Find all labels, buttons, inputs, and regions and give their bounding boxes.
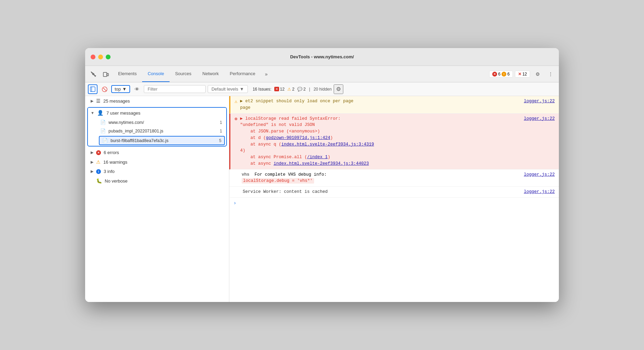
issues-warnings-count: ⚠ 2 <box>287 87 295 92</box>
console-output: ⚠ ▶ et2 snippet should only load once pe… <box>229 96 559 302</box>
issues-count: 12 <box>522 72 527 77</box>
burst-label: burst-f9baff81bad8ea7efa3c.js <box>111 138 169 143</box>
issues-errors-count: ✕ 12 <box>274 87 285 92</box>
warning-icon: ! <box>502 72 506 77</box>
more-tabs-button[interactable]: » <box>261 69 272 80</box>
error-text-8: at async index.html.svelte-2eef3934.js:3… <box>240 161 555 167</box>
vhs-line: vhs For complete VHS debug info: logger.… <box>242 172 555 178</box>
minimize-button[interactable] <box>98 55 103 59</box>
file-icon-pubads: 📄 <box>100 128 106 133</box>
eye-button[interactable]: 👁 <box>132 84 142 94</box>
issues-badge[interactable]: ✕ 12 <box>515 71 530 78</box>
service-link[interactable]: logger.js:22 <box>524 189 555 195</box>
levels-arrow: ▼ <box>240 86 244 92</box>
warnings-label: 16 warnings <box>103 160 127 165</box>
file-icon-burst: 📄 <box>102 138 108 143</box>
more-options-button[interactable]: ⋮ <box>545 69 556 80</box>
issues-error-icon: ✕ <box>274 87 279 91</box>
tab-elements[interactable]: Elements <box>113 66 142 82</box>
warning-cont-text: page <box>240 105 555 111</box>
warning-text: ▶ et2 snippet should only load once per … <box>240 98 353 105</box>
tab-performance[interactable]: Performance <box>224 66 261 82</box>
levels-label: Default levels <box>211 86 238 92</box>
sidebar-child-burst[interactable]: 📄 burst-f9baff81bad8ea7efa3c.js 5 <box>99 136 225 145</box>
close-button[interactable] <box>91 55 95 59</box>
vhs-text: vhs For complete VHS debug info: <box>242 172 327 178</box>
hidden-label: 20 hidden <box>313 87 332 92</box>
settings-button[interactable]: ⚙ <box>532 69 543 80</box>
sidebar-item-verbose[interactable]: ▶ 🐛 No verbose <box>85 176 229 186</box>
filter-input[interactable] <box>144 85 206 93</box>
all-messages-label: 25 messages <box>103 98 130 104</box>
tab-network[interactable]: Network <box>197 66 225 82</box>
issues-info-icon: 💬 <box>297 87 302 92</box>
warning-msg-icon: ⚠ <box>234 98 237 104</box>
info-arrow: ▶ <box>91 169 93 174</box>
sidebar-item-info[interactable]: ▶ i 3 info <box>85 167 229 176</box>
vhs-link[interactable]: logger.js:22 <box>524 172 555 178</box>
user-icon: 👤 <box>97 110 104 116</box>
index1-link[interactable]: index.html.svelte-2eef3934.js:3:4319 <box>281 142 374 147</box>
device-toggle-button[interactable] <box>100 69 111 80</box>
user-messages-group: ▼ 👤 7 user messages 📄 www.nytimes.com/ 1… <box>87 107 227 147</box>
console-prompt[interactable]: › <box>229 198 559 209</box>
tab-bar: Elements Console Sources Network Perform… <box>113 66 488 82</box>
inspect-element-button[interactable] <box>88 69 99 80</box>
errors-badge[interactable]: ✕ 6 ! 6 <box>489 71 513 78</box>
sidebar-child-pubads[interactable]: 📄 pubads_impl_2022071801.js 1 <box>88 127 226 135</box>
error-text-3: at JSON.parse (<anonymous>) <box>240 128 555 135</box>
window-title: DevTools - www.nytimes.com/ <box>290 54 354 59</box>
errors-label: 6 errors <box>104 150 119 155</box>
warnings-icon: ⚠ <box>96 159 101 165</box>
pubads-label: pubads_impl_2022071801.js <box>108 129 163 133</box>
svg-rect-2 <box>90 87 95 92</box>
issues-summary: 16 Issues: ✕ 12 ⚠ 2 💬 2 <box>253 87 306 92</box>
warning-link[interactable]: logger.js:22 <box>524 98 555 105</box>
block-requests-button[interactable]: 🚫 <box>100 84 109 94</box>
warning-msg-line: ▶ et2 snippet should only load once per … <box>240 98 555 105</box>
file-icon: 📄 <box>100 120 106 125</box>
error-text-4: at d (godzown-9010971d.js:1:424) <box>240 135 555 141</box>
levels-dropdown[interactable]: Default levels ▼ <box>208 85 248 93</box>
console-toolbar: 🚫 top ▼ 👁 Default levels ▼ 16 Issues: ✕ … <box>85 82 559 96</box>
console-error-msg: ⊗ ▶ localStorage read failed SyntaxError… <box>229 114 559 170</box>
console-warning-msg: ⚠ ▶ et2 snippet should only load once pe… <box>229 96 559 114</box>
tab-console[interactable]: Console <box>142 66 170 82</box>
error-text-5: at async q (index.html.svelte-2eef3934.j… <box>240 141 555 148</box>
error-text-6: 4) <box>240 148 555 154</box>
errors-icon: ✕ <box>96 150 101 155</box>
context-dropdown-icon: ▼ <box>122 86 127 92</box>
warnings-arrow: ▶ <box>91 160 93 164</box>
sidebar-child-nytimes[interactable]: 📄 www.nytimes.com/ 1 <box>88 118 226 127</box>
error-msg-content: ▶ localStorage read failed SyntaxError: … <box>240 116 555 167</box>
header-right: ✕ 6 ! 6 ✕ 12 ⚙ ⋮ <box>489 69 556 80</box>
titlebar: DevTools - www.nytimes.com/ <box>85 48 559 66</box>
user-messages-label: 7 user messages <box>106 110 140 116</box>
console-settings-button[interactable]: ⚙ <box>334 84 343 94</box>
context-selector[interactable]: top ▼ <box>111 85 130 93</box>
warning-msg-content: ▶ et2 snippet should only load once per … <box>240 98 555 111</box>
sidebar-item-all-messages[interactable]: ▶ ☰ 25 messages <box>85 96 229 106</box>
main-content: ▶ ☰ 25 messages ▼ 👤 7 user messages 📄 ww… <box>85 96 559 302</box>
sidebar-item-errors[interactable]: ▶ ✕ 6 errors <box>85 148 229 157</box>
index2-link[interactable]: index.html.svelte-2eef3934.js:3:44023 <box>274 161 369 166</box>
console-vhs-msg: vhs For complete VHS debug info: logger.… <box>229 170 559 187</box>
issues-icon: ✕ <box>518 72 521 77</box>
show-sidebar-button[interactable] <box>88 84 97 94</box>
sidebar-item-warnings[interactable]: ▶ ⚠ 16 warnings <box>85 157 229 167</box>
console-sidebar: ▶ ☰ 25 messages ▼ 👤 7 user messages 📄 ww… <box>85 96 229 302</box>
issues-info-count: 💬 2 <box>297 87 306 92</box>
service-msg-content: Service Worker: content is cached logger… <box>243 189 555 195</box>
godzown-link[interactable]: godzown-9010971d.js:1:424 <box>266 136 330 140</box>
tab-sources[interactable]: Sources <box>170 66 197 82</box>
error-text-2: "undefined" is not valid JSON <box>240 122 555 128</box>
promise-link[interactable]: /index 1 <box>307 155 327 160</box>
hidden-count: | <box>309 87 310 92</box>
service-text: Service Worker: content is cached <box>243 189 328 195</box>
verbose-label: No verbose <box>105 178 127 184</box>
error-link[interactable]: logger.js:22 <box>524 116 555 122</box>
issues-text: 16 Issues: <box>253 87 272 92</box>
maximize-button[interactable] <box>106 55 111 59</box>
verbose-icon: 🐛 <box>96 178 102 184</box>
user-messages-header[interactable]: ▼ 👤 7 user messages <box>88 108 226 118</box>
